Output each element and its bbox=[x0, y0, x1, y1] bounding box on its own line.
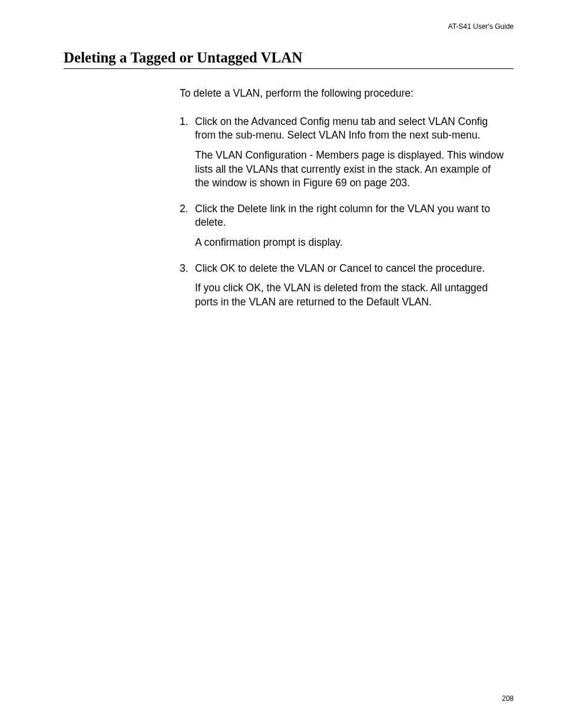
step-paragraph: A confirmation prompt is display. bbox=[195, 236, 507, 250]
step-body: Click the Delete link in the right colum… bbox=[195, 202, 507, 256]
step-paragraph: The VLAN Configuration - Members page is… bbox=[195, 149, 507, 190]
step-paragraph: Click on the Advanced Config menu tab an… bbox=[195, 115, 507, 143]
step-number: 3. bbox=[180, 262, 195, 315]
title-underline bbox=[64, 68, 514, 69]
step-body: Click on the Advanced Config menu tab an… bbox=[195, 115, 507, 196]
step-3: 3. Click OK to delete the VLAN or Cancel… bbox=[180, 262, 507, 315]
document-page: AT-S41 User's Guide Deleting a Tagged or… bbox=[0, 0, 562, 728]
step-body: Click OK to delete the VLAN or Cancel to… bbox=[195, 262, 507, 315]
section-title: Deleting a Tagged or Untagged VLAN bbox=[64, 50, 514, 66]
step-paragraph: If you click OK, the VLAN is deleted fro… bbox=[195, 281, 507, 309]
page-number: 208 bbox=[502, 694, 514, 703]
header-guide-name: AT-S41 User's Guide bbox=[448, 22, 514, 31]
step-2: 2. Click the Delete link in the right co… bbox=[180, 202, 507, 256]
step-number: 1. bbox=[180, 115, 195, 196]
content-body: To delete a VLAN, perform the following … bbox=[64, 87, 514, 315]
step-paragraph: Click the Delete link in the right colum… bbox=[195, 202, 507, 230]
step-1: 1. Click on the Advanced Config menu tab… bbox=[180, 115, 507, 196]
intro-paragraph: To delete a VLAN, perform the following … bbox=[180, 87, 507, 101]
step-paragraph: Click OK to delete the VLAN or Cancel to… bbox=[195, 262, 507, 276]
step-number: 2. bbox=[180, 202, 195, 256]
